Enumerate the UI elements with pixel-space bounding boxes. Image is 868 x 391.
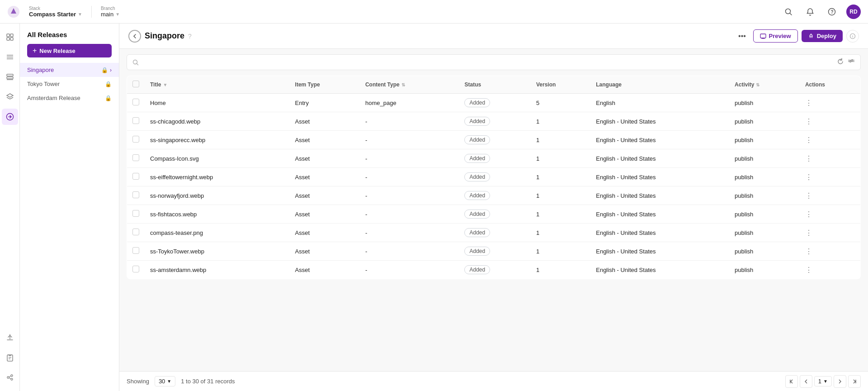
nav-releases-button[interactable]	[2, 109, 18, 125]
svg-rect-13	[7, 77, 13, 79]
row-actions-button[interactable]: ⋮	[805, 155, 813, 162]
help-icon: ?	[828, 8, 836, 16]
settings-icon	[848, 58, 855, 65]
chevron-left-icon	[132, 33, 137, 39]
row-checkbox[interactable]	[132, 229, 139, 235]
row-checkbox[interactable]	[132, 136, 139, 143]
last-page-button[interactable]	[848, 375, 861, 388]
row-item-type: Asset	[290, 112, 360, 131]
back-button[interactable]	[128, 30, 141, 43]
svg-text:?: ?	[831, 10, 834, 14]
per-page-value: 30	[159, 378, 165, 385]
next-page-button[interactable]	[834, 375, 846, 388]
prev-page-button[interactable]	[800, 375, 812, 388]
content-type-column-header[interactable]: Content Type ⇅	[360, 76, 459, 94]
nav-dashboard-button[interactable]	[2, 29, 18, 45]
row-checkbox-cell	[127, 261, 145, 279]
row-checkbox[interactable]	[132, 99, 139, 105]
sidebar-item-amsterdam-release[interactable]: Amsterdam Release 🔒	[20, 91, 119, 105]
sidebar-items-list: Singapore 🔒 › Tokyo Tower 🔒 Amsterdam Re…	[20, 63, 119, 105]
select-all-header	[127, 76, 145, 94]
first-page-button[interactable]	[785, 375, 798, 388]
row-version: 1	[531, 131, 590, 149]
row-actions-button[interactable]: ⋮	[805, 99, 813, 107]
row-actions-button[interactable]: ⋮	[805, 118, 813, 125]
page-title: Singapore	[145, 31, 184, 41]
row-checkbox[interactable]	[132, 154, 139, 161]
search-bar	[127, 54, 861, 70]
nav-content-button[interactable]	[2, 49, 18, 65]
sidebar-item-singapore[interactable]: Singapore 🔒 ›	[20, 63, 119, 77]
help-button[interactable]: ?	[825, 5, 839, 19]
refresh-button[interactable]	[837, 58, 844, 67]
svg-point-19	[7, 377, 9, 378]
row-checkbox[interactable]	[132, 210, 139, 217]
nav-tasks-button[interactable]	[2, 349, 18, 366]
per-page-select[interactable]: 30 ▼	[155, 376, 175, 386]
search-input[interactable]	[142, 59, 833, 66]
title-column-header[interactable]: Title ▼	[145, 76, 290, 94]
row-actions: ⋮	[800, 186, 861, 205]
logo-icon	[7, 5, 20, 18]
row-status: Added	[459, 149, 530, 168]
row-checkbox[interactable]	[132, 266, 139, 272]
row-activity: publish	[729, 186, 800, 205]
search-button[interactable]	[781, 5, 796, 19]
row-actions-button[interactable]: ⋮	[805, 248, 813, 255]
row-actions-button[interactable]: ⋮	[805, 173, 813, 181]
filter-button[interactable]	[848, 58, 855, 67]
row-actions-button[interactable]: ⋮	[805, 136, 813, 144]
stack-chevron-icon[interactable]: ▼	[78, 12, 82, 17]
status-badge: Added	[464, 172, 490, 181]
info-button[interactable]: i	[846, 30, 859, 43]
branch-chevron-icon[interactable]: ▼	[115, 12, 120, 17]
row-checkbox[interactable]	[132, 247, 139, 254]
notifications-button[interactable]	[803, 5, 817, 19]
row-actions-button[interactable]: ⋮	[805, 192, 813, 200]
title-sort-icon: ▼	[163, 82, 167, 87]
version-column-header: Version	[531, 76, 590, 94]
stack-name: Compass Starter ▼	[29, 11, 82, 18]
current-page-number: 1	[818, 378, 821, 385]
select-all-checkbox[interactable]	[132, 81, 139, 87]
deploy-button[interactable]: Deploy	[802, 30, 843, 42]
row-checkbox[interactable]	[132, 173, 139, 180]
row-checkbox-cell	[127, 168, 145, 186]
preview-button[interactable]: Preview	[753, 29, 798, 43]
preview-icon	[760, 33, 766, 39]
row-title: ss-ToykoTower.webp	[145, 242, 290, 261]
sidebar-item-label: Singapore	[27, 67, 54, 73]
row-checkbox-cell	[127, 131, 145, 149]
row-content-type: -	[360, 131, 459, 149]
row-version: 1	[531, 242, 590, 261]
nav-assets-button[interactable]	[2, 69, 18, 85]
row-status: Added	[459, 112, 530, 131]
row-actions-button[interactable]: ⋮	[805, 210, 813, 218]
row-actions-button[interactable]: ⋮	[805, 229, 813, 237]
row-content-type: -	[360, 242, 459, 261]
row-checkbox[interactable]	[132, 191, 139, 198]
current-page-display[interactable]: 1 ▼	[814, 376, 832, 386]
sidebar-item-right: 🔒 ›	[101, 67, 112, 73]
row-activity: publish	[729, 224, 800, 242]
row-actions: ⋮	[800, 149, 861, 168]
row-checkbox-cell	[127, 224, 145, 242]
nav-deploy-button[interactable]	[2, 329, 18, 346]
more-options-button[interactable]: •••	[735, 29, 750, 43]
nav-settings-button[interactable]	[2, 369, 18, 386]
avatar[interactable]: RD	[846, 5, 861, 19]
main-layout: All Releases + New Release Singapore 🔒 ›…	[0, 24, 868, 391]
new-release-button[interactable]: + New Release	[27, 44, 112, 57]
row-language: English - United States	[590, 261, 729, 279]
status-column-header: Status	[459, 76, 530, 94]
row-content-type: -	[360, 224, 459, 242]
row-actions-button[interactable]: ⋮	[805, 266, 813, 274]
activity-column-header[interactable]: Activity ⇅	[729, 76, 800, 94]
row-checkbox[interactable]	[132, 117, 139, 124]
status-badge: Added	[464, 154, 490, 163]
sidebar-item-tokyo-tower[interactable]: Tokyo Tower 🔒	[20, 77, 119, 91]
title-help-icon[interactable]: ?	[188, 33, 192, 40]
row-checkbox-cell	[127, 186, 145, 205]
row-actions: ⋮	[800, 112, 861, 131]
nav-models-button[interactable]	[2, 89, 18, 105]
